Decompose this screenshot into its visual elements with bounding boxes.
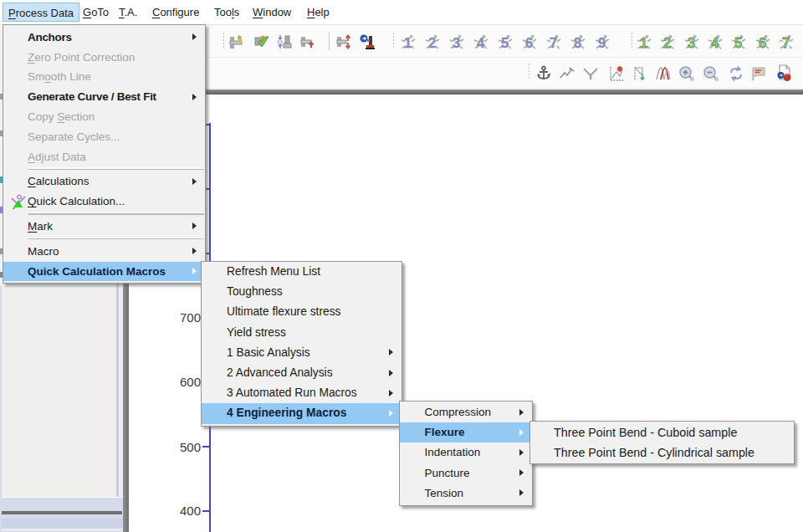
svg-text:8: 8 [574, 35, 581, 50]
svg-text:6: 6 [759, 35, 766, 50]
svg-text:2: 2 [428, 35, 436, 50]
svg-text:4: 4 [477, 35, 485, 50]
svg-text:3: 3 [688, 35, 695, 50]
svg-text:2: 2 [663, 35, 671, 50]
svg-text:6: 6 [525, 35, 533, 50]
svg-text:7: 7 [550, 35, 557, 50]
svg-text:3: 3 [453, 35, 460, 50]
svg-text:5: 5 [501, 35, 509, 50]
svg-text:7: 7 [782, 35, 790, 50]
svg-text:1: 1 [404, 35, 412, 50]
svg-text:9: 9 [598, 35, 606, 50]
svg-text:1: 1 [640, 35, 647, 50]
svg-text:4: 4 [711, 35, 719, 50]
svg-text:5: 5 [734, 35, 742, 50]
